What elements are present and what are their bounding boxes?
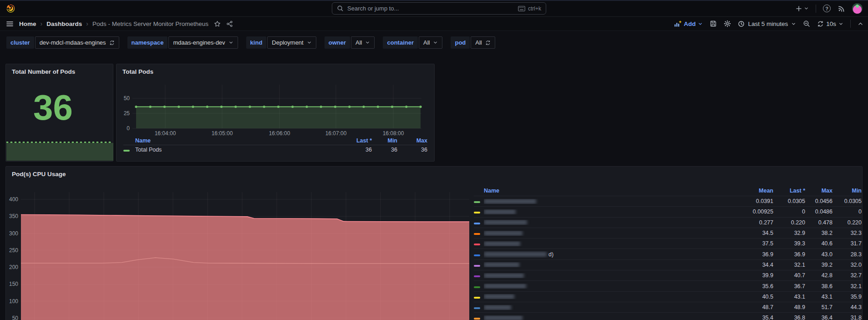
legend-row-total-pods[interactable]: Total Pods 36 36 36 [123,145,427,154]
rss-icon [838,5,845,12]
chevron-down-icon [433,40,438,45]
breadcrumb-home[interactable]: Home [19,20,36,27]
series-mean: 0.277 [724,219,773,226]
svg-text:150: 150 [9,281,18,287]
cpu-legend-row[interactable]: 40.543.143.135.9 [474,291,862,302]
search-input[interactable]: Search or jump to... ctrl+k [332,2,546,15]
variable-pod: podAll [451,36,495,49]
save-dashboard-button[interactable] [710,20,717,27]
dashboard-settings-button[interactable] [724,20,731,27]
panel-title[interactable]: Pod(s) CPU Usage [6,167,862,182]
svg-text:25: 25 [124,110,130,117]
variable-namespace-value-dropdown[interactable]: mdaas-engines-dev [168,36,238,49]
help-button[interactable]: ? [823,5,831,12]
series-name-redacted [484,305,724,310]
variable-container-value-dropdown[interactable]: All [419,36,442,49]
series-min: 32.7 [832,272,862,279]
total-pods-legend: Name Last * Min Max Total Pods 36 36 36 [117,136,434,154]
legend-header-max[interactable]: Max [805,188,832,194]
panel-total-pods: Total Pods 0255016:04:0016:05:0016:06:00… [116,64,435,162]
series-name-redacted [484,315,724,320]
cpu-legend-row[interactable]: 37.539.340.631.7 [474,238,862,249]
svg-text:100: 100 [9,298,18,305]
variable-kind-value-dropdown[interactable]: Deployment [267,36,316,49]
svg-text:50: 50 [124,95,130,102]
legend-header-name[interactable]: Name [135,137,339,144]
variable-cluster: clusterdev-mdcl-mdaas-engines [6,36,119,49]
share-button[interactable] [226,20,233,27]
news-button[interactable] [838,5,845,12]
cpu-legend-row[interactable]: 0.0092500.04860 [474,206,862,217]
add-panel-button[interactable]: Add [674,20,703,27]
legend-header-mean[interactable]: Mean [724,188,773,194]
svg-text:50: 50 [12,315,19,320]
cpu-legend-row[interactable]: 0.2770.2200.4780.220 [474,217,862,228]
legend-header-last[interactable]: Last * [339,137,372,144]
topnav-right-actions: ? [796,0,863,17]
divider [850,20,851,28]
panel-title[interactable]: Total Number of Pods [6,64,113,79]
time-range-picker[interactable]: Last 5 minutes [738,20,796,27]
legend-header-row: Name Last * Min Max [123,136,427,145]
kiosk-mode-button[interactable] [858,21,863,27]
new-menu-button[interactable] [796,5,809,12]
zoom-out-time-button[interactable] [803,20,810,27]
variable-owner-value-dropdown[interactable]: All [351,36,375,49]
search-placeholder: Search or jump to... [347,5,399,12]
favorite-button[interactable] [214,20,221,27]
clock-icon [738,20,745,27]
svg-text:16:07:00: 16:07:00 [325,130,347,137]
variable-label: cluster [6,36,34,49]
series-name-redacted [484,262,724,267]
variable-namespace: namespacemdaas-engines-dev [127,36,238,49]
breadcrumb: Home Dashboards Pods - Metrics Server Mo… [0,20,233,27]
series-min: 35.9 [832,294,862,300]
cpu-legend-row[interactable]: 35.636.738.632.1 [474,280,862,291]
template-variables-row: clusterdev-mdcl-mdaas-enginesnamespacemd… [6,36,495,49]
variable-container: containerAll [383,36,442,49]
series-min: 31.7 [832,240,862,247]
series-color-swatch [474,201,480,203]
legend-header-max[interactable]: Max [397,137,427,144]
series-mean: 35.6 [724,283,773,290]
legend-header-name[interactable]: Name [484,188,724,194]
variable-cluster-value-dropdown[interactable]: dev-mdcl-mdaas-engines [35,36,119,49]
series-max: 0.478 [805,219,832,226]
panel-pods-cpu-usage: Pod(s) CPU Usage 40035030025020015010050… [5,166,863,320]
legend-header-last[interactable]: Last * [773,188,805,194]
series-max: 39.2 [805,262,832,268]
series-color-swatch [474,286,480,288]
cpu-legend-row[interactable]: 0.03910.03050.04560.0305 [474,196,862,206]
series-mean: 39.9 [724,272,773,279]
refresh-picker[interactable]: 10s [817,20,843,27]
legend-header-min[interactable]: Min [372,137,397,144]
cpu-legend-row[interactable]: 48.748.951.744.3 [474,302,862,312]
series-name-redacted [484,241,724,246]
panel-title[interactable]: Total Pods [117,64,434,79]
series-color-swatch [474,318,480,320]
cpu-usage-chart[interactable]: 40035030025020015010050 [6,167,474,320]
series-max: 51.7 [805,304,832,310]
cpu-legend-row[interactable]: 39.940.742.832.7 [474,270,862,280]
user-avatar[interactable] [852,3,863,14]
series-last: 0 [773,208,805,215]
variable-pod-value-dropdown[interactable]: All [471,36,495,49]
variable-owner: ownerAll [325,36,375,49]
series-max: 36 [397,147,427,153]
series-color-swatch [474,254,480,256]
legend-header-min[interactable]: Min [832,188,862,194]
series-min: 0 [832,208,862,215]
cpu-legend-row[interactable]: 34.432.139.232.0 [474,259,862,270]
series-mean: 35.4 [724,315,773,320]
menu-toggle-button[interactable] [6,20,14,27]
grafana-logo[interactable] [6,4,15,13]
series-color-swatch [474,297,480,299]
cpu-legend-row[interactable]: 34.532.938.232.3 [474,228,862,238]
variable-kind: kindDeployment [246,36,316,49]
series-color-swatch [474,265,480,267]
series-mean: 40.5 [724,294,773,300]
cpu-legend-row[interactable]: 35.436.836.431.8 [474,312,862,320]
svg-text:400: 400 [9,196,18,203]
cpu-legend-row[interactable]: d)36.936.943.028.3 [474,249,862,259]
breadcrumb-dashboards[interactable]: Dashboards [46,20,82,27]
